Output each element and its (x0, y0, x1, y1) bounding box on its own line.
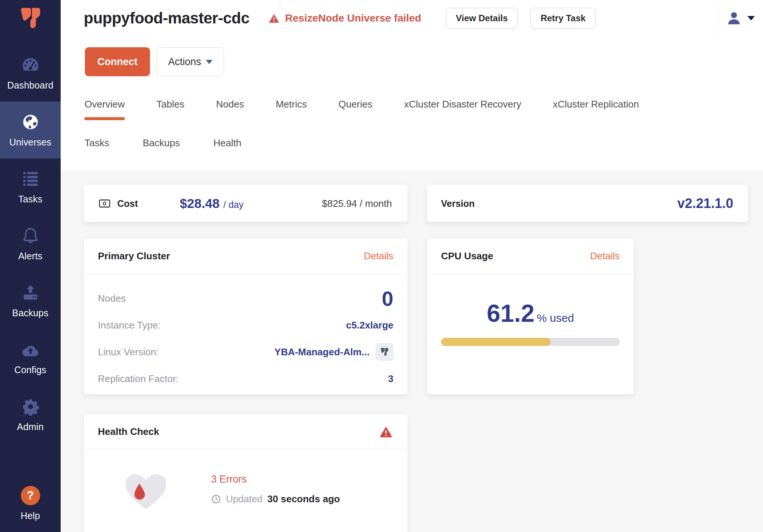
sidebar-item-label: Backups (12, 308, 48, 318)
sidebar-item-label: Configs (14, 365, 46, 375)
sidebar-item-admin[interactable]: Admin (0, 386, 61, 443)
health-check-body: 3 Errors Updated 30 seconds ago (84, 449, 408, 512)
tab-xcluster-disaster-recovery[interactable]: xCluster Disaster Recovery (404, 99, 521, 120)
row-label: Linux Version: (98, 346, 159, 358)
cpu-usage-suffix: % used (537, 312, 574, 324)
sidebar-item-backups[interactable]: Backups (0, 272, 61, 329)
cpu-progress-fill (441, 338, 550, 346)
yugabyte-badge-icon (376, 343, 393, 361)
tab-health[interactable]: Health (213, 137, 241, 149)
linux-version-value-group: YBA-Managed-Alm... (274, 343, 393, 361)
view-details-button[interactable]: View Details (446, 8, 518, 29)
sidebar-item-configs[interactable]: Configs (0, 329, 61, 386)
warning-triangle-icon (268, 13, 280, 24)
cpu-progress-track (441, 338, 620, 346)
health-updated-prefix: Updated (226, 493, 262, 505)
cpu-usage-card: CPU Usage Details 61.2 % used (427, 238, 634, 394)
primary-cluster-body: Nodes 0 Instance Type: c5.2xlarge Linux … (84, 274, 408, 390)
sidebar-item-label: Universes (9, 137, 51, 148)
tab-metrics[interactable]: Metrics (276, 99, 307, 120)
sidebar-item-label: Tasks (18, 194, 42, 205)
globe-icon (21, 112, 40, 132)
user-menu[interactable] (718, 0, 763, 36)
sidebar-item-label: Alerts (18, 251, 42, 262)
health-updated-row: Updated 30 seconds ago (211, 493, 340, 505)
cpu-usage-details-link[interactable]: Details (590, 250, 620, 262)
replication-factor-value: 3 (388, 373, 393, 385)
user-icon (726, 10, 742, 26)
health-check-title: Health Check (98, 426, 159, 438)
tab-tables[interactable]: Tables (156, 99, 184, 120)
sidebar-item-label: Dashboard (7, 80, 53, 91)
health-check-header: Health Check (84, 414, 408, 449)
tab-bar-secondary: Tasks Backups Health (61, 137, 763, 149)
page-title: puppyfood-master-cdc (84, 9, 249, 27)
tab-backups[interactable]: Backups (143, 137, 180, 149)
cpu-usage-body: 61.2 % used (427, 299, 634, 346)
primary-cluster-card: Primary Cluster Details Nodes 0 Instance… (84, 238, 408, 394)
banknote-icon (98, 198, 111, 209)
yugabyte-logo[interactable] (0, 0, 61, 45)
health-check-card: Health Check (84, 414, 408, 532)
app-root: Dashboard Universes (0, 0, 763, 532)
row-label: Replication Factor: (98, 373, 179, 385)
cluster-row-nodes: Nodes 0 (98, 283, 393, 314)
version-card: Version v2.21.1.0 (427, 185, 748, 222)
sidebar-item-label: Admin (17, 422, 44, 432)
cpu-usage-title: CPU Usage (441, 250, 493, 262)
sidebar-item-universes[interactable]: Universes (0, 102, 61, 158)
chevron-down-icon (747, 16, 755, 20)
cost-card: Cost $28.48 / day $825.94 / month (84, 185, 408, 222)
cpu-usage-value-row: 61.2 % used (441, 299, 620, 327)
help-question-icon: ? (21, 486, 40, 505)
backup-upload-icon (21, 283, 40, 302)
health-updated-value: 30 seconds ago (267, 493, 340, 505)
version-value: v2.21.1.0 (677, 196, 733, 211)
task-list-icon (21, 169, 40, 189)
cpu-usage-header: CPU Usage Details (427, 238, 634, 274)
sidebar-item-alerts[interactable]: Alerts (0, 215, 61, 272)
main-area: puppyfood-master-cdc ResizeNode Universe… (61, 0, 763, 532)
cost-daily-value: $28.48 (180, 196, 220, 211)
connect-button[interactable]: Connect (85, 47, 150, 76)
actions-button-label: Actions (168, 56, 201, 68)
linux-version-value: YBA-Managed-Alm... (274, 346, 370, 358)
tab-overview[interactable]: Overview (84, 99, 125, 120)
retry-task-button[interactable]: Retry Task (530, 8, 596, 29)
sidebar-item-label: Help (20, 510, 40, 521)
sidebar-item-help[interactable]: ? Help (0, 480, 61, 532)
health-errors-link[interactable]: 3 Errors (211, 474, 340, 485)
tab-queries[interactable]: Queries (338, 99, 372, 120)
cost-monthly-value: $825.94 / month (322, 198, 392, 209)
actions-button[interactable]: Actions (157, 47, 224, 76)
sidebar-item-dashboard[interactable]: Dashboard (0, 45, 61, 102)
tab-bar-primary: Overview Tables Nodes Metrics Queries xC… (61, 99, 763, 120)
cpu-usage-percent: 61.2 (487, 299, 534, 327)
cluster-row-replication-factor: Replication Factor: 3 (98, 368, 393, 390)
tab-tasks[interactable]: Tasks (84, 137, 109, 149)
primary-cluster-details-link[interactable]: Details (364, 250, 393, 262)
instance-type-value: c5.2xlarge (346, 320, 393, 331)
overview-content: Cost $28.48 / day $825.94 / month Versio… (61, 170, 763, 532)
clock-icon (211, 494, 221, 504)
warning-triangle-icon (379, 425, 393, 439)
version-label: Version (441, 198, 475, 209)
cluster-row-instance-type: Instance Type: c5.2xlarge (98, 314, 393, 336)
page-header: puppyfood-master-cdc ResizeNode Universe… (61, 0, 763, 170)
header-title-row: puppyfood-master-cdc ResizeNode Universe… (61, 0, 763, 36)
cards-row-2: Primary Cluster Details Nodes 0 Instance… (84, 238, 748, 394)
alert-text: ResizeNode Universe failed (285, 12, 421, 24)
tab-nodes[interactable]: Nodes (216, 99, 244, 120)
sidebar-item-tasks[interactable]: Tasks (0, 158, 61, 215)
cost-daily-unit: / day (223, 199, 243, 210)
cards-row-3: Health Check (84, 414, 748, 532)
cloud-upload-icon (21, 340, 40, 359)
row-label: Instance Type: (98, 320, 161, 331)
cards-row-1: Cost $28.48 / day $825.94 / month Versio… (84, 185, 748, 222)
cost-card-left: Cost (98, 198, 180, 209)
task-failed-alert: ResizeNode Universe failed (268, 12, 421, 24)
tab-xcluster-replication[interactable]: xCluster Replication (553, 99, 639, 120)
cost-daily: $28.48 / day (180, 196, 243, 211)
toolbar: Connect Actions (61, 47, 763, 76)
yugabyte-logo-icon (18, 7, 43, 30)
